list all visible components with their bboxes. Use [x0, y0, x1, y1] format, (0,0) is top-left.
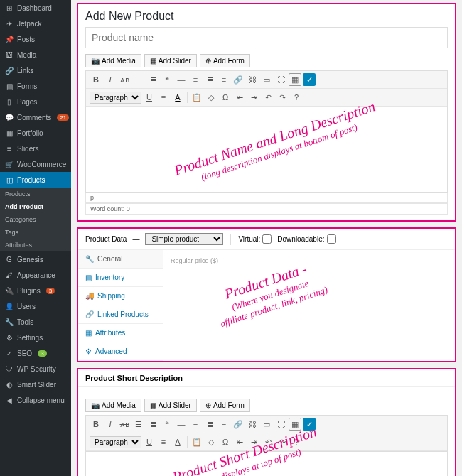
- product-data-tab[interactable]: 🔗Linked Products: [78, 305, 163, 324]
- virtual-checkbox[interactable]: [262, 234, 272, 244]
- ol-icon[interactable]: ≣: [146, 418, 159, 431]
- sidebar-subitem[interactable]: Products: [0, 188, 71, 200]
- quote-icon[interactable]: ❝: [161, 73, 173, 86]
- clear-icon[interactable]: ◇: [205, 91, 217, 104]
- redo-icon[interactable]: ↷: [276, 91, 289, 104]
- sidebar-item[interactable]: ▤Forms: [0, 78, 71, 94]
- indent-icon[interactable]: ⇥: [247, 91, 260, 104]
- outdent-icon[interactable]: ⇤: [233, 91, 246, 104]
- sidebar-subitem[interactable]: Categories: [0, 213, 71, 226]
- sidebar-item[interactable]: 💬Comments21: [0, 109, 71, 125]
- redo-icon[interactable]: ↷: [276, 436, 289, 448]
- sidebar-item[interactable]: 📌Posts: [0, 31, 71, 47]
- sidebar-item[interactable]: 👤Users: [0, 298, 71, 314]
- toolbar-toggle-icon[interactable]: ▦: [289, 73, 301, 86]
- undo-icon[interactable]: ↶: [262, 91, 274, 104]
- sidebar-subitem[interactable]: Tags: [0, 226, 71, 239]
- unlink-icon[interactable]: ⛓: [246, 73, 259, 86]
- underline-icon[interactable]: U: [143, 91, 156, 104]
- product-data-tab[interactable]: 🔧General: [78, 250, 163, 269]
- italic-icon[interactable]: I: [104, 73, 117, 86]
- more-icon[interactable]: ▭: [260, 73, 273, 86]
- sidebar-subitem[interactable]: Attributes: [0, 239, 71, 251]
- outdent-icon[interactable]: ⇤: [233, 436, 246, 448]
- format-select-short[interactable]: Paragraph: [90, 436, 141, 448]
- undo-icon[interactable]: ↶: [262, 436, 274, 448]
- justify-icon[interactable]: ≡: [157, 91, 170, 104]
- sidebar-item[interactable]: ⊞Dashboard: [0, 0, 71, 16]
- sidebar-item[interactable]: ✓SEO3: [0, 345, 71, 361]
- align-left-icon[interactable]: ≡: [189, 73, 202, 86]
- bold-icon[interactable]: B: [90, 73, 102, 86]
- short-description-editor[interactable]: Product Short Description (short display…: [85, 452, 448, 476]
- sidebar-item[interactable]: ◀Collapse menu: [0, 392, 71, 408]
- strike-icon[interactable]: ᴀʙ: [118, 73, 131, 86]
- product-name-input[interactable]: [85, 27, 448, 48]
- add-media-button[interactable]: 📷Add Media: [85, 54, 141, 67]
- extra-icon[interactable]: ✓: [303, 418, 316, 431]
- hr-icon[interactable]: —: [175, 418, 188, 431]
- sidebar-item[interactable]: 🛒WooCommerce: [0, 156, 71, 172]
- char-icon[interactable]: Ω: [219, 436, 232, 448]
- quote-icon[interactable]: ❝: [161, 418, 173, 431]
- strike-icon[interactable]: ᴀʙ: [118, 418, 131, 431]
- product-type-select[interactable]: Simple product: [145, 233, 223, 245]
- align-center-icon[interactable]: ≣: [203, 418, 216, 431]
- help-icon[interactable]: ?: [290, 436, 303, 448]
- link-icon[interactable]: 🔗: [232, 73, 245, 86]
- sidebar-item[interactable]: ◫Products: [0, 172, 71, 188]
- ul-icon[interactable]: ☰: [132, 73, 145, 86]
- textcolor-icon[interactable]: A: [171, 91, 184, 104]
- sidebar-item[interactable]: 🖼Media: [0, 47, 71, 63]
- sidebar-item[interactable]: 🔗Links: [0, 63, 71, 78]
- help-icon[interactable]: ?: [290, 91, 303, 104]
- bold-icon[interactable]: B: [90, 418, 102, 431]
- indent-icon[interactable]: ⇥: [247, 436, 260, 448]
- format-select[interactable]: Paragraph: [90, 92, 141, 104]
- product-data-tab[interactable]: ▦Attributes: [78, 324, 163, 342]
- sidebar-item[interactable]: ⚙Settings: [0, 330, 71, 345]
- product-data-tab[interactable]: ⚙Advanced: [78, 342, 163, 361]
- align-right-icon[interactable]: ≡: [217, 418, 230, 431]
- sidebar-item[interactable]: ◐Smart Slider: [0, 377, 71, 392]
- textcolor-icon[interactable]: A: [171, 436, 184, 448]
- paste-icon[interactable]: 📋: [190, 436, 203, 448]
- downloadable-checkbox[interactable]: [327, 234, 336, 244]
- link-icon[interactable]: 🔗: [232, 418, 245, 431]
- sidebar-item[interactable]: ≡Sliders: [0, 141, 71, 156]
- sidebar-item[interactable]: ▦Portfolio: [0, 125, 71, 141]
- ol-icon[interactable]: ≣: [146, 73, 159, 86]
- extra-icon[interactable]: ✓: [303, 73, 316, 86]
- unlink-icon[interactable]: ⛓: [246, 418, 259, 431]
- align-right-icon[interactable]: ≡: [217, 73, 230, 86]
- sidebar-item[interactable]: 🛡WP Security: [0, 361, 71, 377]
- add-media-button-short[interactable]: 📷Add Media: [85, 399, 141, 412]
- long-description-editor[interactable]: Product Name and Long Description (long …: [85, 107, 448, 193]
- sidebar-item[interactable]: ✈Jetpack: [0, 16, 71, 31]
- align-center-icon[interactable]: ≣: [203, 73, 216, 86]
- align-left-icon[interactable]: ≡: [189, 418, 202, 431]
- sidebar-item[interactable]: GGenesis: [0, 251, 71, 267]
- add-form-button[interactable]: ⊕Add Form: [200, 54, 250, 67]
- toolbar-toggle-icon[interactable]: ▦: [289, 418, 301, 431]
- product-data-tab[interactable]: ▤Inventory: [78, 269, 163, 287]
- sidebar-item[interactable]: ▯Pages: [0, 94, 71, 109]
- underline-icon[interactable]: U: [143, 436, 156, 448]
- ul-icon[interactable]: ☰: [132, 418, 145, 431]
- sidebar-item[interactable]: 🖌Appearance: [0, 267, 71, 283]
- fullscreen-icon[interactable]: ⛶: [274, 73, 287, 86]
- add-slider-button[interactable]: ▦Add Slider: [144, 54, 197, 67]
- hr-icon[interactable]: —: [175, 73, 188, 86]
- add-form-button-short[interactable]: ⊕Add Form: [200, 399, 250, 412]
- product-data-tab[interactable]: 🚚Shipping: [78, 287, 163, 305]
- italic-icon[interactable]: I: [104, 418, 117, 431]
- char-icon[interactable]: Ω: [219, 91, 232, 104]
- fullscreen-icon[interactable]: ⛶: [274, 418, 287, 431]
- more-icon[interactable]: ▭: [260, 418, 273, 431]
- sidebar-subitem[interactable]: Add Product: [0, 200, 71, 213]
- sidebar-item[interactable]: 🔌Plugins3: [0, 283, 71, 298]
- sidebar-item[interactable]: 🔧Tools: [0, 314, 71, 330]
- clear-icon[interactable]: ◇: [205, 436, 217, 448]
- add-slider-button-short[interactable]: ▦Add Slider: [144, 399, 197, 412]
- justify-icon[interactable]: ≡: [157, 436, 170, 448]
